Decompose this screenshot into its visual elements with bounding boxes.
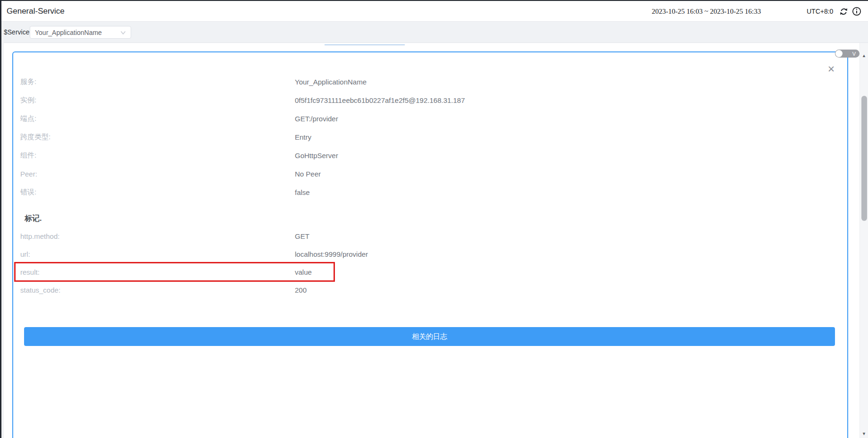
- related-logs-button[interactable]: 相关的日志: [24, 327, 835, 346]
- tag-row: http.method: GET: [20, 227, 838, 245]
- scrollbar-thumb[interactable]: [861, 96, 867, 221]
- tag-label: status_code:: [20, 286, 295, 294]
- version-toggle[interactable]: V: [835, 50, 860, 58]
- service-select-value: Your_ApplicationName: [35, 29, 102, 36]
- field-row: Peer: No Peer: [20, 165, 838, 183]
- tag-label: url:: [20, 250, 295, 258]
- window-left-edge: [0, 0, 1, 438]
- tag-label: result:: [20, 268, 295, 276]
- field-value: No Peer: [295, 170, 321, 178]
- page-title: General-Service: [7, 1, 65, 22]
- span-detail-body: 服务: Your_ApplicationName 实例: 0f5f1fc9731…: [13, 52, 847, 346]
- field-row: 服务: Your_ApplicationName: [20, 73, 838, 91]
- window-top-edge: [0, 0, 868, 1]
- field-label: Peer:: [20, 170, 295, 178]
- utc-offset-label: UTC+8:0: [807, 1, 833, 22]
- field-value: Your_ApplicationName: [295, 78, 367, 86]
- field-row: 实例: 0f5f1fc9731111eebc61b0227af1e2f5@192…: [20, 91, 838, 110]
- field-row: 组件: GoHttpServer: [20, 146, 838, 165]
- refresh-button[interactable]: [838, 6, 849, 17]
- tag-row: url: localhost:9999/provider: [20, 245, 838, 263]
- tag-value: 200: [295, 286, 307, 294]
- refresh-icon: [839, 7, 848, 16]
- time-range-picker[interactable]: 2023-10-25 16:03 ~ 2023-10-25 16:33: [652, 1, 761, 22]
- field-label: 跨度类型:: [20, 133, 295, 142]
- field-row: 错误: false: [20, 183, 838, 202]
- field-label: 错误:: [20, 188, 295, 197]
- vertical-scrollbar[interactable]: ▲ ▼: [860, 43, 868, 438]
- scroll-up-icon[interactable]: ▲: [860, 53, 868, 58]
- tag-value: GET: [295, 232, 309, 240]
- tag-row: result: value: [20, 263, 838, 281]
- tag-label: http.method:: [20, 232, 295, 240]
- tags-list: http.method: GET url: localhost:9999/pro…: [20, 227, 838, 299]
- scroll-down-icon[interactable]: ▼: [860, 431, 868, 436]
- info-icon: [852, 7, 861, 16]
- field-value: false: [295, 188, 310, 196]
- field-label: 服务:: [20, 77, 295, 86]
- toggle-label: V: [852, 51, 856, 57]
- span-detail-modal: ✕ 服务: Your_ApplicationName 实例: 0f5f1fc97…: [12, 51, 848, 438]
- info-button[interactable]: [851, 6, 862, 17]
- field-value: 0f5f1fc9731111eebc61b0227af1e2f5@192.168…: [295, 96, 465, 104]
- field-label: 端点:: [20, 114, 295, 123]
- left-gutter: [1, 22, 4, 438]
- background-tab-edge: [325, 44, 405, 45]
- tag-value: value: [295, 268, 312, 276]
- header-bar: General-Service 2023-10-25 16:03 ~ 2023-…: [0, 1, 868, 22]
- span-fields-list: 服务: Your_ApplicationName 实例: 0f5f1fc9731…: [20, 73, 838, 202]
- tag-row: status_code: 200: [20, 281, 838, 299]
- tag-value: localhost:9999/provider: [295, 250, 368, 258]
- field-value: GoHttpServer: [295, 152, 338, 160]
- chevron-down-icon: [120, 31, 126, 35]
- service-label: $Service: [4, 22, 29, 42]
- field-row: 端点: GET:/provider: [20, 110, 838, 128]
- tags-section-title: 标记.: [20, 210, 838, 227]
- field-row: 跨度类型: Entry: [20, 128, 838, 146]
- service-select[interactable]: Your_ApplicationName: [30, 26, 131, 39]
- toggle-knob-icon: [835, 50, 843, 57]
- close-icon[interactable]: ✕: [827, 65, 835, 74]
- field-value: Entry: [295, 133, 311, 141]
- field-label: 组件:: [20, 151, 295, 160]
- toolbar: $Service Your_ApplicationName V: [0, 22, 868, 43]
- field-value: GET:/provider: [295, 115, 338, 123]
- field-label: 实例:: [20, 96, 295, 105]
